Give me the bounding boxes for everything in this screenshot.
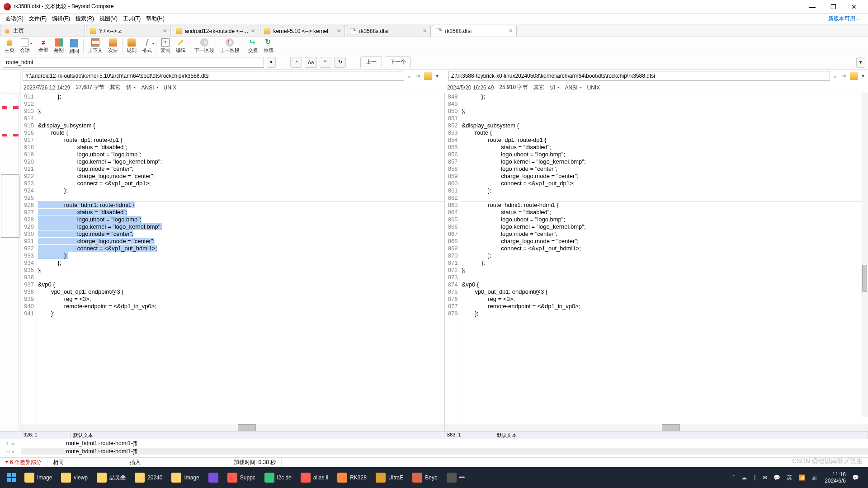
close-icon[interactable]: ✕ <box>251 28 255 34</box>
start-button[interactable] <box>4 469 20 486</box>
tab-strip: 主页 Y:\ <--> z:✕ android12-rk-outside <--… <box>0 24 868 37</box>
close-icon[interactable]: ✕ <box>423 28 427 34</box>
task-item[interactable] <box>204 469 223 487</box>
task-item[interactable]: Image <box>167 469 203 487</box>
maximize-button[interactable]: ❐ <box>823 0 844 13</box>
merge-left-icon[interactable]: ⇨ « <box>0 449 21 455</box>
task-item[interactable]: viewp <box>57 469 92 487</box>
tool-rules[interactable]: 规则 <box>124 38 139 55</box>
notification-icon[interactable]: 💬 <box>852 474 859 481</box>
menu-session[interactable]: 会话(S) <box>3 14 26 23</box>
search-options-button[interactable]: ▾ <box>856 57 865 68</box>
tool-context[interactable]: 上下文 <box>85 38 105 55</box>
search-regex-toggle[interactable]: .* <box>290 57 302 68</box>
clock[interactable]: 11:162024/6/6 <box>825 471 846 484</box>
search-input[interactable] <box>3 57 264 68</box>
update-link[interactable]: 新版本可用… <box>828 15 865 23</box>
tool-format[interactable]: f格式▾ <box>139 38 155 55</box>
tool-home[interactable]: 主页 <box>2 38 17 55</box>
merge-right-icon[interactable]: ⇦ » <box>0 441 21 446</box>
tray-chevron-icon[interactable]: ˄ <box>732 474 735 481</box>
right-path-input[interactable]: Z:\rk3588-toybrick-x0-linux20240508\kern… <box>448 71 830 81</box>
thumbnail-column[interactable] <box>0 93 21 431</box>
tool-diff[interactable]: 差别 <box>51 38 66 55</box>
right-encoding[interactable]: ANSI <box>565 84 581 91</box>
chevron-down-icon[interactable]: ⌄ <box>832 73 838 79</box>
menu-tools[interactable]: 工具(T) <box>120 14 143 23</box>
minimize-button[interactable]: ― <box>802 0 823 13</box>
wechat-icon[interactable]: 💬 <box>774 474 780 481</box>
tab-rk3588[interactable]: rk3588.dtsi✕ <box>432 25 517 37</box>
tool-edit[interactable]: 编辑 <box>173 38 189 55</box>
right-code[interactable]: };};&display_subsystem { route { route_d… <box>461 93 868 424</box>
search-word-toggle[interactable]: "" <box>320 57 331 68</box>
task-item[interactable]: alias ll <box>296 469 333 487</box>
chevron-down-icon[interactable]: ▾ <box>860 73 866 79</box>
task-item[interactable]: Image <box>20 469 57 487</box>
tool-next-section[interactable]: 下一区段 <box>192 38 217 55</box>
ime-indicator[interactable]: 英 <box>787 474 792 482</box>
tab-kernel[interactable]: kernel-5.10 <--> kernel✕ <box>260 25 345 37</box>
close-icon[interactable]: ✕ <box>509 28 513 34</box>
minor-icon <box>109 38 117 47</box>
menu-help[interactable]: 帮助(H) <box>143 14 167 23</box>
search-next-button[interactable]: 下一个 <box>385 56 411 68</box>
chevron-down-icon[interactable]: ⌄ <box>406 73 412 79</box>
tab-android[interactable]: android12-rk-outside <--…✕ <box>172 25 259 37</box>
onedrive-icon[interactable]: ☁ <box>741 474 747 481</box>
task-item[interactable]: 品灵叠 <box>92 469 130 487</box>
task-item[interactable]: UltraE <box>371 469 408 487</box>
browse-icon[interactable] <box>850 72 858 80</box>
app-icon <box>61 473 71 483</box>
menu-search[interactable]: 搜索(R) <box>73 14 97 23</box>
tool-minor[interactable]: 次要 <box>105 38 121 55</box>
tool-all[interactable]: ≠全部 <box>36 38 51 55</box>
task-item[interactable]: Beyo <box>408 469 442 487</box>
task-item[interactable]: RK328 <box>333 469 371 487</box>
menu-view[interactable]: 视图(V) <box>97 14 120 23</box>
search-prev-button[interactable]: 上一 <box>360 56 382 68</box>
status-diff-count: ≠ 6 个差异部分 <box>0 458 47 467</box>
tab-home[interactable]: 主页 <box>0 25 85 37</box>
left-encoding[interactable]: ANSI <box>141 84 158 91</box>
chevron-down-icon[interactable]: ▾ <box>434 73 440 79</box>
browse-icon[interactable] <box>424 72 432 80</box>
task-item[interactable]: Suppc <box>223 469 260 487</box>
mail-icon[interactable]: ✉ <box>763 474 767 481</box>
menu-file[interactable]: 文件(F) <box>26 14 49 23</box>
bluetooth-icon[interactable]: ᛒ <box>753 474 756 481</box>
tool-copy[interactable]: 复制 <box>158 38 173 55</box>
left-line-numbers: 9119129139149159169179189199209219229239… <box>21 93 37 424</box>
v-scroll[interactable] <box>861 93 868 417</box>
tool-session[interactable]: 会话▾ <box>17 38 33 55</box>
tool-same[interactable]: 相同 <box>66 38 82 55</box>
open-icon[interactable]: ➜ <box>414 72 422 80</box>
network-icon[interactable]: 📶 <box>798 474 805 481</box>
right-h-scroll[interactable] <box>445 424 868 431</box>
left-path-input[interactable]: Y:\android12-rk-outside\kernel-5.10\arch… <box>23 71 404 81</box>
close-button[interactable]: ✕ <box>844 0 864 13</box>
prev-section-icon <box>226 38 234 47</box>
app-icon <box>171 473 181 483</box>
tool-swap[interactable]: 交换 <box>245 38 261 55</box>
open-icon[interactable]: ➜ <box>840 72 848 80</box>
volume-icon[interactable]: 🔉 <box>811 474 818 481</box>
tool-prev-section[interactable]: 上一区段 <box>217 38 242 55</box>
search-case-toggle[interactable]: Aa <box>305 57 317 68</box>
right-filter[interactable]: 其它一切 <box>533 84 559 91</box>
search-dropdown[interactable]: ▾ <box>267 57 276 68</box>
menu-edit[interactable]: 编辑(E) <box>49 14 73 23</box>
task-item[interactable]: i2c de <box>260 469 296 487</box>
search-refresh[interactable]: ↻ <box>334 57 346 68</box>
close-icon[interactable]: ✕ <box>337 28 341 34</box>
tab-drives[interactable]: Y:\ <--> z:✕ <box>86 25 171 37</box>
system-tray[interactable]: ˄ ☁ ᛒ ✉ 💬 英 📶 🔉 11:162024/6/6 💬 <box>732 471 864 484</box>
tab-rk3588s[interactable]: rk3588s.dtsi✕ <box>346 25 431 37</box>
left-filter[interactable]: 其它一切 <box>110 84 136 91</box>
close-icon[interactable]: ✕ <box>163 28 167 34</box>
task-item[interactable]: 20240 <box>130 469 167 487</box>
tool-reload[interactable]: 重载 <box>261 38 276 55</box>
task-item[interactable]: ••• <box>442 469 470 487</box>
left-h-scroll[interactable] <box>21 424 444 431</box>
left-code[interactable]: };};&display_subsystem { route { route_d… <box>37 93 444 424</box>
